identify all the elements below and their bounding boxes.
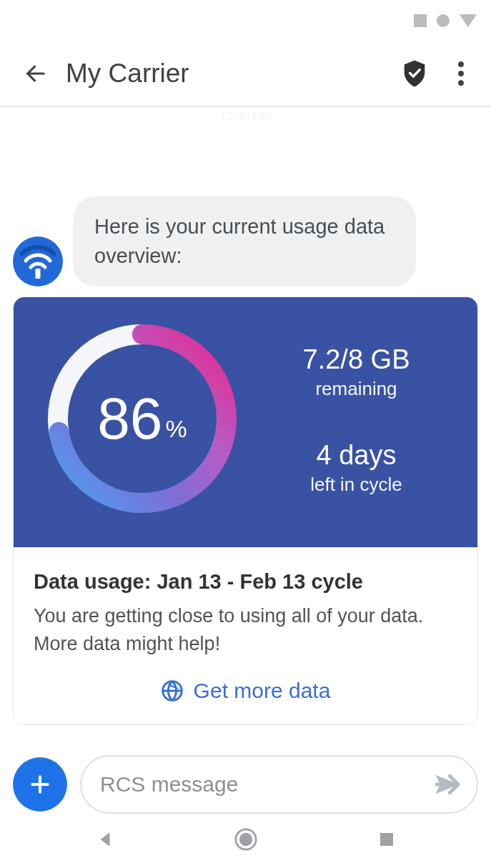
attach-button[interactable] <box>13 757 67 812</box>
plus-icon <box>29 773 51 796</box>
app-header: My Carrier <box>0 41 491 107</box>
usage-cycle-title: Data usage: Jan 13 - Feb 13 cycle <box>34 570 457 594</box>
svg-rect-12 <box>380 833 393 846</box>
svg-point-3 <box>458 80 464 86</box>
message-bubble: Here is your current usage data overview… <box>73 196 416 286</box>
usage-amount-label: remaining <box>257 378 456 400</box>
android-status-bar <box>0 0 491 41</box>
nav-home-button[interactable] <box>234 827 258 854</box>
status-square-icon <box>414 14 427 27</box>
usage-gauge: 86 % <box>35 311 249 526</box>
data-usage-card[interactable]: 86 % 7.2/8 GB remaining 4 days left in c… <box>13 296 478 725</box>
back-button[interactable] <box>21 59 50 88</box>
sender-avatar[interactable] <box>13 236 63 286</box>
get-more-data-button[interactable]: Get more data <box>34 679 457 703</box>
message-text: Here is your current usage data overview… <box>94 215 385 267</box>
cycle-days: 4 days <box>257 440 456 471</box>
svg-rect-4 <box>36 269 41 279</box>
message-timestamp: 12:30 PM <box>13 109 478 131</box>
cta-label: Get more data <box>194 679 331 703</box>
arrow-left-icon <box>24 61 48 86</box>
more-menu-button[interactable] <box>447 59 475 88</box>
verified-shield-button[interactable] <box>401 59 428 89</box>
page-title: My Carrier <box>66 59 189 89</box>
more-vertical-icon <box>458 61 464 86</box>
conversation-area: 12:30 PM Here is your current usage data… <box>0 109 491 725</box>
status-circle-icon <box>437 14 450 27</box>
card-bottom-section: Data usage: Jan 13 - Feb 13 cycle You ar… <box>14 547 477 724</box>
message-composer <box>0 755 491 814</box>
svg-point-11 <box>239 833 252 846</box>
incoming-message-row: Here is your current usage data overview… <box>13 196 478 286</box>
svg-point-1 <box>458 61 464 67</box>
svg-point-2 <box>458 71 464 76</box>
nav-recents-button[interactable] <box>378 831 395 851</box>
usage-stats: 7.2/8 GB remaining 4 days left in cycle <box>257 341 456 496</box>
status-triangle-icon <box>460 14 477 27</box>
globe-icon <box>161 679 184 702</box>
usage-warning-text: You are getting close to using all of yo… <box>34 602 457 657</box>
android-nav-bar <box>0 814 491 868</box>
message-input[interactable] <box>100 772 431 797</box>
gauge-percent-symbol: % <box>165 415 187 443</box>
send-icon <box>433 770 462 799</box>
usage-amount: 7.2/8 GB <box>257 344 456 375</box>
message-input-container <box>80 755 478 814</box>
card-top-section: 86 % 7.2/8 GB remaining 4 days left in c… <box>14 297 477 547</box>
nav-recents-square-icon <box>378 831 395 848</box>
cycle-days-label: left in cycle <box>257 474 456 496</box>
shield-check-icon <box>402 59 427 88</box>
wifi-tower-icon <box>20 244 56 279</box>
nav-home-circle-icon <box>234 827 258 852</box>
nav-back-triangle-icon <box>96 830 114 849</box>
nav-back-button[interactable] <box>96 830 114 852</box>
send-button[interactable] <box>431 768 464 801</box>
gauge-percent-value: 86 <box>97 385 162 452</box>
